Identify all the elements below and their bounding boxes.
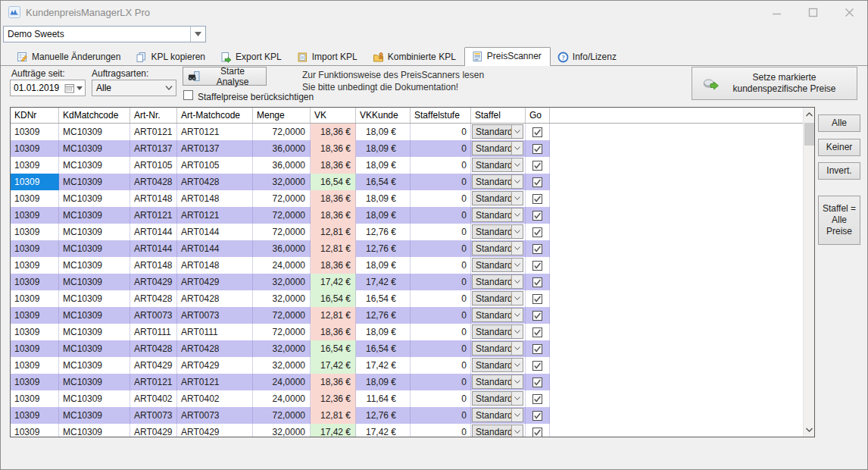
cell-kdnr[interactable]: 10309	[11, 224, 59, 240]
staffel-select[interactable]: Standard	[472, 308, 523, 322]
table-row[interactable]: 10309MC10309ART0073ART007372,000012,81 €…	[11, 407, 814, 424]
table-row[interactable]: 10309MC10309ART0137ART013736,000018,36 €…	[11, 140, 814, 157]
cell-menge[interactable]: 72,0000	[253, 324, 311, 340]
cell-kdmatchcode[interactable]: MC10309	[59, 207, 130, 224]
cell-kdnr[interactable]: 10309	[11, 324, 59, 340]
tab-info-lizenz[interactable]: ?Info/Lizenz	[551, 49, 625, 65]
cell-vk[interactable]: 17,42 €	[311, 274, 356, 290]
cell-artnr[interactable]: ART0148	[130, 190, 177, 207]
cell-vk[interactable]: 18,36 €	[311, 190, 356, 207]
cell-menge[interactable]: 24,0000	[253, 390, 311, 407]
cell-artmatchcode[interactable]: ART0148	[177, 190, 253, 207]
cell-artmatchcode[interactable]: ART0429	[177, 274, 253, 290]
cell-staffelstufe[interactable]: 0	[411, 390, 471, 407]
staffel-select[interactable]: Standard	[472, 208, 523, 222]
cell-artmatchcode[interactable]: ART0402	[177, 390, 253, 407]
go-checkbox[interactable]	[532, 177, 542, 187]
staffel-select[interactable]: Standard	[472, 358, 523, 372]
cell-artnr[interactable]: ART0428	[130, 340, 177, 357]
cell-vk[interactable]: 12,81 €	[311, 224, 356, 240]
cell-vk[interactable]: 18,36 €	[311, 157, 356, 174]
cell-kdmatchcode[interactable]: MC10309	[59, 257, 130, 274]
cell-vkkunde[interactable]: 18,09 €	[356, 124, 411, 140]
cell-staffelstufe[interactable]: 0	[411, 174, 471, 190]
table-row[interactable]: 10309MC10309ART0121ART012172,000018,36 €…	[11, 207, 814, 224]
cell-kdnr[interactable]: 10309	[11, 390, 59, 407]
cell-artmatchcode[interactable]: ART0137	[177, 140, 253, 157]
column-header-artnr[interactable]: Art-Nr.	[130, 108, 177, 123]
select-all-button[interactable]: Alle	[818, 114, 860, 132]
start-analysis-button[interactable]: Starte Analyse	[183, 67, 267, 86]
cell-kdmatchcode[interactable]: MC10309	[59, 174, 130, 190]
cell-staffelstufe[interactable]: 0	[411, 424, 471, 437]
cell-vk[interactable]: 18,36 €	[311, 324, 356, 340]
cell-kdnr[interactable]: 10309	[11, 240, 59, 257]
staffel-select[interactable]: Standard	[472, 391, 523, 406]
cell-artnr[interactable]: ART0402	[130, 390, 177, 407]
cell-kdnr[interactable]: 10309	[11, 340, 59, 357]
cell-artmatchcode[interactable]: ART0121	[177, 207, 253, 224]
staffel-select[interactable]: Standard	[472, 408, 523, 422]
cell-menge[interactable]: 32,0000	[253, 274, 311, 290]
table-row[interactable]: 10309MC10309ART0105ART010536,000018,36 €…	[11, 157, 814, 174]
cell-staffelstufe[interactable]: 0	[411, 290, 471, 307]
table-row[interactable]: 10309MC10309ART0402ART040224,000012,36 €…	[11, 390, 814, 407]
staffel-select[interactable]: Standard	[472, 174, 523, 189]
staffel-select[interactable]: Standard	[472, 341, 523, 356]
cell-artnr[interactable]: ART0428	[130, 174, 177, 190]
cell-kdmatchcode[interactable]: MC10309	[59, 374, 130, 390]
cell-artmatchcode[interactable]: ART0144	[177, 240, 253, 257]
cell-vk[interactable]: 12,81 €	[311, 407, 356, 424]
cell-menge[interactable]: 32,0000	[253, 290, 311, 307]
staffel-select[interactable]: Standard	[472, 374, 523, 389]
cell-vk[interactable]: 12,36 €	[311, 390, 356, 407]
cell-kdnr[interactable]: 10309	[11, 174, 59, 190]
cell-artnr[interactable]: ART0111	[130, 324, 177, 340]
cell-vkkunde[interactable]: 12,76 €	[356, 240, 411, 257]
column-header-go[interactable]: Go	[526, 108, 550, 123]
close-icon[interactable]	[844, 7, 855, 18]
apply-marked-prices-button[interactable]: Setze markierte kundenspezifische Preise	[692, 67, 857, 100]
staffel-select[interactable]: Standard	[472, 224, 523, 239]
cell-vkkunde[interactable]: 18,09 €	[356, 190, 411, 207]
tab-import-kpl[interactable]: Import KPL	[290, 49, 366, 65]
cell-vkkunde[interactable]: 12,76 €	[356, 307, 411, 324]
invert-selection-button[interactable]: Invert.	[818, 162, 860, 180]
cell-menge[interactable]: 72,0000	[253, 224, 311, 240]
cell-menge[interactable]: 72,0000	[253, 124, 311, 140]
table-row[interactable]: 10309MC10309ART0428ART042832,000016,54 €…	[11, 340, 814, 357]
column-header-staffel[interactable]: Staffel	[471, 108, 526, 123]
tab-manuelle-änderungen[interactable]: Manuelle Änderungen	[10, 49, 129, 65]
go-checkbox[interactable]	[532, 194, 542, 204]
cell-menge[interactable]: 72,0000	[253, 307, 311, 324]
column-header-vk[interactable]: VK	[311, 108, 356, 123]
cell-vk[interactable]: 18,36 €	[311, 207, 356, 224]
cell-artnr[interactable]: ART0429	[130, 357, 177, 374]
go-checkbox[interactable]	[532, 211, 542, 221]
cell-vkkunde[interactable]: 17,42 €	[356, 357, 411, 374]
cell-vkkunde[interactable]: 17,42 €	[356, 274, 411, 290]
go-checkbox[interactable]	[532, 127, 542, 137]
cell-menge[interactable]: 72,0000	[253, 190, 311, 207]
scroll-up-icon[interactable]	[804, 108, 815, 121]
cell-menge[interactable]: 36,0000	[253, 157, 311, 174]
cell-staffelstufe[interactable]: 0	[411, 224, 471, 240]
cell-vkkunde[interactable]: 18,09 €	[356, 157, 411, 174]
cell-vkkunde[interactable]: 18,09 €	[356, 140, 411, 157]
go-checkbox[interactable]	[532, 261, 542, 271]
cell-staffelstufe[interactable]: 0	[411, 207, 471, 224]
cell-menge[interactable]: 32,0000	[253, 174, 311, 190]
go-checkbox[interactable]	[532, 227, 542, 237]
cell-vk[interactable]: 18,36 €	[311, 140, 356, 157]
cell-menge[interactable]: 24,0000	[253, 374, 311, 390]
table-row[interactable]: 10309MC10309ART0429ART042932,000017,42 €…	[11, 424, 814, 437]
cell-staffelstufe[interactable]: 0	[411, 190, 471, 207]
cell-kdmatchcode[interactable]: MC10309	[59, 290, 130, 307]
cell-artnr[interactable]: ART0121	[130, 374, 177, 390]
column-header-kdmatchcode[interactable]: KdMatchcode	[59, 108, 130, 123]
cell-kdmatchcode[interactable]: MC10309	[59, 140, 130, 157]
cell-kdmatchcode[interactable]: MC10309	[59, 424, 130, 437]
cell-artnr[interactable]: ART0073	[130, 307, 177, 324]
cell-kdnr[interactable]: 10309	[11, 374, 59, 390]
cell-staffelstufe[interactable]: 0	[411, 407, 471, 424]
